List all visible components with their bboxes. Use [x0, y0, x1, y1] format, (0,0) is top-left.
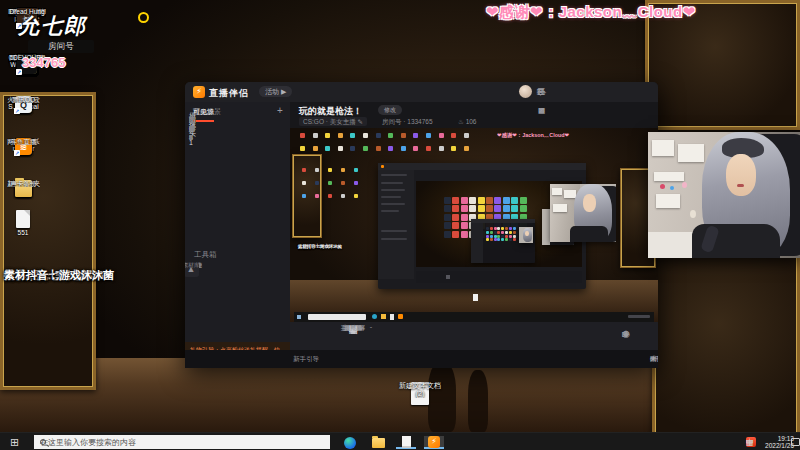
deep-icon-grid — [486, 227, 516, 241]
status-left-text[interactable]: 新手引导 — [293, 355, 319, 364]
streamer-logo: 允七郎 — [18, 12, 87, 40]
mini-info-line: 素材抖音：游戏沐沐菌 — [298, 244, 342, 250]
preview-canvas[interactable]: ❤感谢❤：Jackson﹏Cloud❤ 外设q群：593241362微博：允七郎… — [290, 128, 658, 322]
live-companion-window: ⚡ 直播伴侣 活动 ▶ ▭⊡▽☰—□✕ 我的场景双击可见源 + ◉ ⊓ ◉ — [185, 82, 658, 368]
document-icon — [16, 210, 30, 228]
dropdown-caret-icon[interactable]: ˇ — [370, 326, 372, 332]
icon-label: 新建文本文档(2) — [396, 382, 444, 398]
thanks-banner: ❤感谢❤：Jackson﹏Cloud❤ — [486, 3, 716, 27]
clock-date: 2022/1/26 — [758, 442, 794, 449]
info-line: 素材抖音：游戏沐沐菌 — [4, 268, 114, 283]
scene-panel: 我的场景双击可见源 + ◉ ⊓ ◉ 摄像头 1 ◉ ⊡ 图片 8 — [185, 102, 290, 342]
notepad-icon — [402, 436, 411, 448]
folder-icon — [372, 438, 385, 448]
clock-time: 19:13 — [758, 435, 794, 442]
hot-count: ♨ 106 — [458, 117, 477, 126]
icon-label: 551 — [4, 229, 42, 236]
source-label: 图片 4 — [189, 115, 196, 142]
room-number-value: 334765 — [22, 55, 65, 70]
header-icon[interactable]: ↗ — [538, 106, 545, 115]
desktop-icon-551[interactable]: 551 — [6, 210, 40, 236]
room-id-text: 房间号 · 1334765 — [382, 117, 433, 126]
icon-label: 斗鱼直播 — [7, 138, 40, 145]
deep-nested-window — [471, 219, 535, 263]
app-logo-icon: ⚡ — [193, 86, 205, 98]
user-avatar[interactable] — [519, 85, 532, 98]
category-chip[interactable]: CS:GO · 美女主播 ✎ — [299, 117, 367, 126]
app-statusbar: 新手引导 码率:0kb/sFPS:60丢帧:0(0.00%)CPU:11%内存:… — [185, 350, 658, 368]
logo-ring — [138, 12, 149, 23]
shelf — [656, 194, 680, 208]
stream-header: 玩的就是枪法！ 修改 CS:GO · 美女主播 ✎ 房间号 · 1334765 … — [290, 102, 658, 128]
add-source-button[interactable]: + — [277, 105, 283, 116]
mini-desktop-icons — [300, 133, 469, 151]
search-placeholder: 在这里输入你要搜索的内容 — [40, 437, 136, 448]
shelf — [652, 140, 674, 156]
nested-titlebar — [378, 163, 586, 170]
taskbar-edge[interactable] — [340, 436, 360, 449]
mini-webcam — [550, 184, 616, 242]
shelf — [678, 144, 704, 162]
app-toolbar: ✉ 直播弹幕 ◉ 摄像头 ▯ 手机投屏 — [290, 322, 658, 350]
tool-label: 素材库 — [185, 262, 199, 269]
room-number-label: 房间号 — [28, 40, 94, 53]
system-tray: ∧ 🎙︎ 中 ▦ — [746, 433, 756, 450]
shelf-item — [660, 184, 665, 189]
painting-frame — [0, 92, 96, 390]
taskbar-live-companion[interactable]: ⚡ — [424, 436, 444, 449]
shelf — [654, 172, 684, 181]
app-title: 直播伴侣 — [209, 87, 249, 100]
nested-app-logo — [381, 165, 384, 168]
live-companion-icon: ⚡ — [428, 436, 440, 448]
mini-thanks-banner: ❤感谢❤：Jackson﹏Cloud❤ — [497, 132, 569, 140]
shelf-item — [690, 210, 696, 218]
status-metric: 未开播 — [650, 355, 658, 364]
tray-keyboard-icon[interactable]: ▦ — [746, 438, 754, 447]
painting-frame — [652, 254, 800, 450]
app-titlebar[interactable]: ⚡ 直播伴侣 活动 ▶ ▭⊡▽☰—□✕ — [185, 82, 658, 102]
mini-search-box — [308, 314, 366, 320]
icon-label: 腾讯QQ — [7, 96, 40, 103]
nested-scene-panel — [378, 170, 414, 279]
mini-doc-icon — [473, 294, 478, 301]
shelf-item — [670, 186, 674, 190]
edit-title-button[interactable]: 修改 — [378, 105, 402, 115]
painting-figure — [468, 370, 488, 432]
nested-toolbar — [416, 271, 582, 283]
screen: ⊡ 此电脑 ♪ iTunes C Crab Game ◥ GeForce Exp… — [0, 0, 800, 450]
shelf-item — [682, 182, 687, 188]
hot-icon: ♨ — [458, 118, 464, 125]
deep-webcam — [519, 227, 533, 243]
streamer-face — [726, 154, 756, 196]
app-badge[interactable]: 活动 ▶ — [259, 86, 292, 97]
titlebar-icon[interactable]: ✕ — [537, 85, 545, 99]
taskbar-clock[interactable]: 19:13 2022/1/26 — [758, 435, 794, 449]
toolbox-title: 工具箱 — [194, 250, 217, 260]
webcam-overlay — [648, 132, 800, 258]
windows-taskbar: ⊞ 在这里输入你要搜索的内容 ⚡ ∧ 🎙︎ 中 ▦ 19:13 2022/1/2… — [0, 432, 800, 450]
action-center-icon[interactable] — [791, 438, 800, 446]
start-button[interactable]: ⊞ — [10, 436, 19, 448]
mini-taskbar — [294, 312, 654, 322]
taskbar-search-input[interactable]: 在这里输入你要搜索的内容 — [34, 435, 330, 449]
streamer-lips — [737, 184, 744, 187]
mini-desktop-icons — [302, 168, 358, 198]
quick-icon[interactable]: ⚙ — [622, 329, 630, 339]
icon-label: 声卡备份 — [7, 180, 40, 187]
taskbar-explorer[interactable] — [368, 436, 388, 449]
scene-tab[interactable]: 可见源 — [193, 107, 214, 122]
toolbar-button-label: 扬声器 — [344, 324, 362, 333]
edge-icon — [344, 437, 356, 449]
taskbar-notepad[interactable] — [396, 436, 416, 449]
